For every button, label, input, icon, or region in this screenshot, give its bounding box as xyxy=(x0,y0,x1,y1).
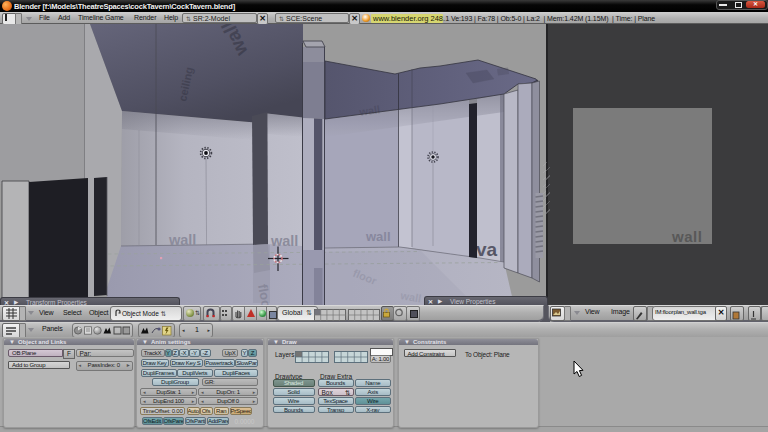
svg-text:wall: wall xyxy=(270,233,298,249)
svg-text:wall: wall xyxy=(168,232,196,248)
